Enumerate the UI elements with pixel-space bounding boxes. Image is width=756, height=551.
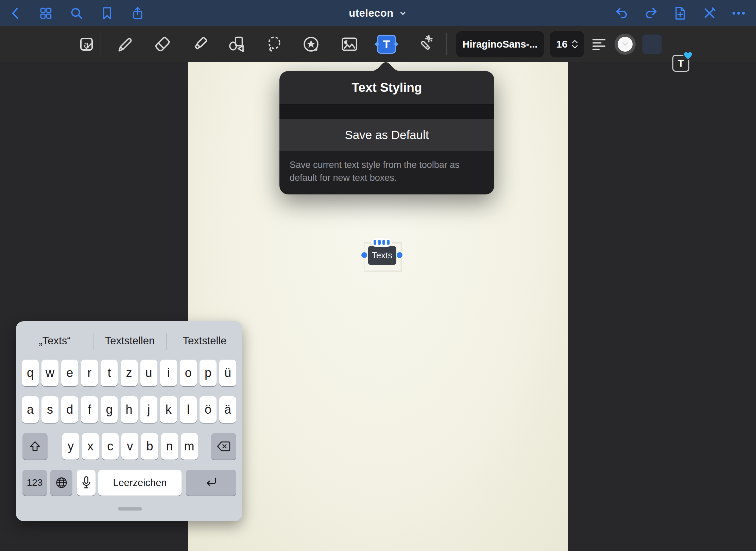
laser-pointer-button[interactable] <box>414 34 434 54</box>
shift-key[interactable] <box>22 433 48 460</box>
bookmark-button[interactable] <box>97 3 117 23</box>
backspace-key[interactable] <box>211 433 236 460</box>
dictation-key[interactable] <box>77 470 96 496</box>
space-key[interactable]: Leerzeichen <box>98 470 182 496</box>
key-z[interactable]: z <box>121 360 138 386</box>
key-k[interactable]: k <box>160 396 177 423</box>
key-w[interactable]: w <box>41 360 58 386</box>
return-key[interactable] <box>186 470 236 496</box>
key-m[interactable]: m <box>181 433 198 460</box>
top-navigation-bar: utelecon <box>0 0 756 26</box>
lasso-tool-button[interactable] <box>264 34 284 54</box>
highlighter-tool-button[interactable] <box>190 34 210 54</box>
key-h[interactable]: h <box>121 396 138 423</box>
thumbnails-button[interactable] <box>36 3 56 23</box>
drag-bar <box>382 240 385 245</box>
key-u[interactable]: u <box>140 360 157 386</box>
key-l[interactable]: l <box>180 396 197 423</box>
font-size-stepper[interactable]: 16 <box>550 31 584 57</box>
numbers-key[interactable]: 123 <box>22 470 47 496</box>
suggestion-2[interactable]: Textstelle <box>167 328 242 354</box>
suggestion-exact[interactable]: „Texts“ <box>16 328 93 354</box>
text-tool-label: T <box>383 38 390 51</box>
page-mode-button[interactable]: a <box>77 35 96 54</box>
text-align-button[interactable] <box>591 36 607 52</box>
suggestion-1[interactable]: Textstellen <box>94 328 166 354</box>
search-button[interactable] <box>67 3 86 23</box>
favorite-text-style-button[interactable]: T <box>672 55 689 72</box>
popover-description: Save current text style from the toolbar… <box>279 151 494 194</box>
keyboard-drag-bar[interactable] <box>118 507 142 511</box>
document-title: utelecon <box>349 7 393 19</box>
pen-tool-button[interactable] <box>115 34 135 54</box>
key-a[interactable]: a <box>22 396 39 423</box>
text-tool-button-selected[interactable]: T <box>377 35 396 54</box>
key-label: n <box>166 439 173 453</box>
key-label: r <box>87 366 91 380</box>
key-s[interactable]: s <box>41 396 58 423</box>
key-q[interactable]: q <box>22 360 39 386</box>
heart-icon <box>682 50 694 61</box>
key-p[interactable]: p <box>200 360 217 386</box>
back-button[interactable] <box>5 3 25 23</box>
textbox-drag-handle[interactable] <box>371 238 392 247</box>
document-title-menu[interactable]: utelecon <box>349 0 407 26</box>
key-label: ö <box>205 402 211 417</box>
share-button[interactable] <box>128 3 148 23</box>
key-ü[interactable]: ü <box>219 360 236 386</box>
key-r[interactable]: r <box>81 360 98 386</box>
font-family-button[interactable]: HiraginoSans-... <box>456 31 544 57</box>
popover-separator-band <box>279 104 494 119</box>
resize-handle-right[interactable] <box>397 252 402 258</box>
key-t[interactable]: t <box>101 360 118 386</box>
add-page-button[interactable] <box>670 3 690 23</box>
text-box-content: Texts <box>372 250 393 261</box>
more-options-button[interactable] <box>729 3 749 23</box>
key-e[interactable]: e <box>61 360 78 386</box>
key-c[interactable]: c <box>102 433 119 460</box>
toolbar-separator <box>101 33 101 55</box>
key-j[interactable]: j <box>140 396 157 423</box>
elements-star-icon <box>301 34 321 54</box>
ellipsis-icon <box>731 6 746 20</box>
elements-tool-button[interactable] <box>301 34 321 54</box>
key-label: y <box>68 439 74 453</box>
text-background-swatch[interactable] <box>642 35 662 54</box>
key-b[interactable]: b <box>141 433 158 460</box>
key-label: z <box>126 366 132 380</box>
key-y[interactable]: y <box>62 433 79 460</box>
undo-button[interactable] <box>612 3 632 23</box>
key-g[interactable]: g <box>101 396 118 423</box>
globe-key[interactable] <box>50 470 72 496</box>
text-color-swatch[interactable] <box>615 34 636 55</box>
key-x[interactable]: x <box>82 433 99 460</box>
key-f[interactable]: f <box>81 396 98 423</box>
shapes-tool-button[interactable] <box>227 34 246 54</box>
key-label: b <box>146 439 153 453</box>
image-tool-button[interactable] <box>340 34 359 54</box>
key-i[interactable]: i <box>160 360 177 386</box>
key-d[interactable]: d <box>61 396 78 423</box>
text-box[interactable]: Texts <box>368 246 396 265</box>
key-ö[interactable]: ö <box>200 396 217 423</box>
key-o[interactable]: o <box>180 360 197 386</box>
chevron-down-icon <box>622 42 628 46</box>
drag-bar <box>387 240 390 245</box>
eraser-tool-button[interactable] <box>153 34 172 54</box>
key-n[interactable]: n <box>161 433 178 460</box>
key-label: e <box>66 366 73 380</box>
redo-button[interactable] <box>641 3 661 23</box>
key-label: g <box>106 402 113 417</box>
key-label: d <box>66 402 73 417</box>
editing-toolbar: a T Hi <box>0 26 756 62</box>
text-handle-dot <box>375 42 379 47</box>
save-as-default-button[interactable]: Save as Default <box>279 119 494 151</box>
key-label: u <box>145 366 152 380</box>
resize-handle-left[interactable] <box>361 252 367 258</box>
key-ä[interactable]: ä <box>219 396 236 423</box>
stop-editing-button[interactable] <box>700 3 719 23</box>
chevron-down-icon <box>399 9 407 17</box>
key-label: t <box>107 366 111 380</box>
key-v[interactable]: v <box>121 433 138 460</box>
space-label: Leerzeichen <box>113 477 167 488</box>
